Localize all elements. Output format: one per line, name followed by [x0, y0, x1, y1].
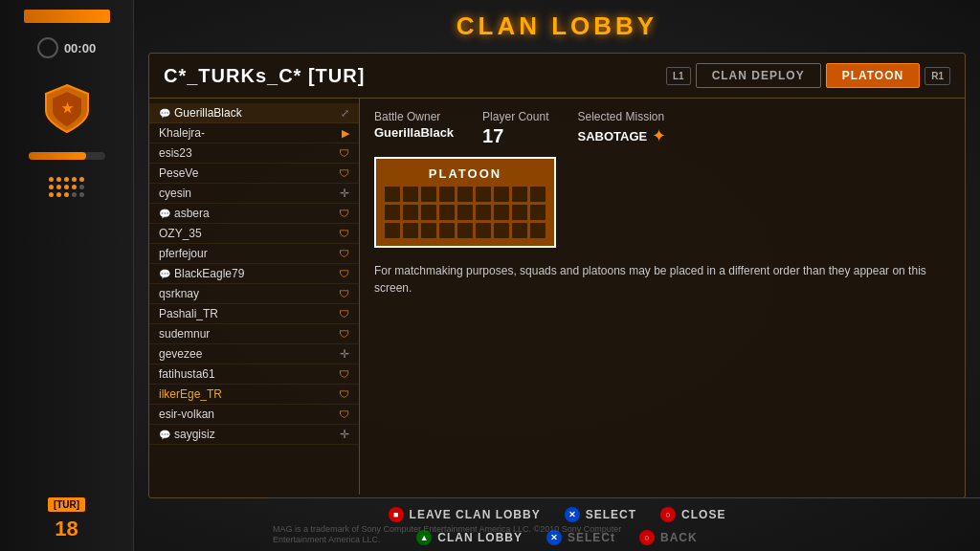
- player-role-icon: 🛡: [339, 228, 349, 239]
- svg-text:★: ★: [60, 100, 73, 116]
- select-label: SELECT: [586, 508, 636, 521]
- primary-action-row: ■ LEAVE CLAN LOBBY ✕ SELECT ○ CLOSE: [134, 502, 980, 527]
- info-text: For matchmaking purposes, squads and pla…: [374, 262, 950, 297]
- player-count-col: Player Count 17: [482, 110, 548, 147]
- list-item: 💬 GuerillaBlack ⤢: [149, 103, 359, 123]
- platoon-slot: [403, 187, 418, 202]
- player-name: saygisiz: [174, 428, 215, 441]
- chat-icon: 💬: [159, 108, 170, 119]
- list-item: qsrknay 🛡: [149, 284, 359, 304]
- dots-container: [49, 177, 84, 197]
- platoon-slot: [512, 205, 527, 220]
- player-role-icon: 🛡: [339, 388, 349, 400]
- main-content: CLAN LOBBY C*_TURKs_C* [TUR] L1 CLAN DEP…: [134, 0, 980, 551]
- xp-bar: [29, 152, 105, 160]
- platoon-slot: [476, 187, 491, 202]
- list-item: OZY_35 🛡: [149, 224, 359, 244]
- close-action[interactable]: ○ CLOSE: [660, 507, 725, 522]
- platoon-slot: [439, 223, 455, 238]
- player-role-icon: 🛡: [339, 248, 349, 259]
- panel-header: C*_TURKs_C* [TUR] L1 CLAN DEPLOY PLATOON…: [149, 54, 965, 99]
- player-name: PeseVe: [159, 166, 198, 180]
- leave-clan-lobby-label: LEAVE CLAN LOBBY: [410, 508, 541, 521]
- square-icon: ■: [389, 507, 404, 522]
- platoon-slot: [421, 187, 436, 202]
- platoon-slot: [494, 205, 509, 220]
- platoon-slot: [512, 223, 527, 238]
- selected-mission-label: Selected Mission: [577, 110, 666, 123]
- platoon-slot: [476, 205, 491, 220]
- platoon-slot: [476, 223, 491, 238]
- leave-clan-lobby-action[interactable]: ■ LEAVE CLAN LOBBY: [389, 507, 541, 522]
- shield-icon: ★: [43, 82, 91, 135]
- sidebar-bottom: [TUR] 18: [48, 497, 85, 541]
- player-count-label: Player Count: [482, 110, 548, 123]
- list-item: gevezee ✛: [149, 344, 359, 364]
- clan-name: C*_TURKs_C* [TUR]: [164, 65, 365, 87]
- list-item: 💬 BlackEagle79 🛡: [149, 264, 359, 284]
- list-item: sudemnur 🛡: [149, 324, 359, 344]
- platoon-slot: [439, 187, 455, 202]
- list-item: Khalejra- ▶: [149, 123, 359, 143]
- tab-group: L1 CLAN DEPLOY PLATOON R1: [666, 63, 950, 88]
- player-list: 💬 GuerillaBlack ⤢ Khalejra- ▶ esis23 🛡: [149, 99, 359, 450]
- platoon-slot: [457, 205, 473, 220]
- timer-display: 00:00: [64, 41, 96, 55]
- select-action[interactable]: ✕ SELECT: [565, 507, 636, 522]
- tab-clan-deploy[interactable]: CLAN DEPLOY: [696, 63, 821, 88]
- player-count-value: 17: [482, 125, 548, 147]
- platoon-grid: [385, 187, 546, 238]
- platoon-slot: [494, 187, 509, 202]
- player-role-icon: 🛡: [339, 208, 349, 219]
- player-role-icon: 🛡: [339, 167, 349, 179]
- player-name: esis23: [159, 146, 192, 160]
- right-section: Battle Owner GuerillaBlack Player Count …: [360, 99, 965, 495]
- platoon-slot: [494, 223, 509, 238]
- sidebar-top-bar: [24, 10, 110, 23]
- panel-body: 💬 GuerillaBlack ⤢ Khalejra- ▶ esis23 🛡: [149, 99, 965, 495]
- list-item: ilkerEge_TR 🛡: [149, 385, 359, 405]
- list-item: cyesin ✛: [149, 184, 359, 204]
- platoon-box: PLATOON: [374, 157, 556, 248]
- back-action: ○ BACK: [639, 530, 698, 545]
- player-role-icon: ✛: [340, 187, 349, 200]
- player-role-icon: 🛡: [339, 368, 349, 380]
- platoon-slot: [385, 223, 400, 238]
- xp-bar-fill: [29, 152, 86, 160]
- info-row: Battle Owner GuerillaBlack Player Count …: [374, 110, 950, 147]
- platoon-slot: [421, 205, 436, 220]
- sidebar-timer: 00:00: [37, 37, 96, 58]
- player-name: asbera: [174, 207, 210, 220]
- player-role-icon: 🛡: [339, 328, 349, 340]
- main-panel: C*_TURKs_C* [TUR] L1 CLAN DEPLOY PLATOON…: [148, 53, 966, 498]
- tab-platoon[interactable]: PLATOON: [826, 63, 921, 88]
- mission-icon: ✦: [652, 125, 666, 146]
- list-item: esir-volkan 🛡: [149, 405, 359, 425]
- battle-owner-label: Battle Owner: [374, 110, 454, 123]
- player-name: Pashali_TR: [159, 307, 218, 320]
- platoon-slot: [403, 205, 418, 220]
- timer-circle-icon: [37, 37, 58, 58]
- player-role-icon: 🛡: [339, 308, 349, 320]
- player-name: gevezee: [159, 347, 202, 361]
- player-role-icon: ▶: [342, 127, 349, 140]
- battle-owner-col: Battle Owner GuerillaBlack: [374, 110, 454, 140]
- left-sidebar: 00:00 ★ [TUR] 18: [0, 0, 134, 551]
- player-list-section: 💬 GuerillaBlack ⤢ Khalejra- ▶ esis23 🛡: [149, 99, 360, 495]
- flag-badge: [TUR]: [48, 497, 85, 512]
- player-name: cyesin: [159, 187, 191, 200]
- platoon-slot: [385, 187, 400, 202]
- page-title: CLAN LOBBY: [134, 0, 980, 49]
- player-role-icon: ⤢: [341, 107, 349, 120]
- platoon-slot: [530, 205, 546, 220]
- list-item: 💬 asbera 🛡: [149, 204, 359, 224]
- player-name: fatihusta61: [159, 367, 215, 381]
- chat-icon: 💬: [159, 430, 170, 440]
- player-name: GuerillaBlack: [174, 106, 242, 120]
- platoon-slot: [512, 187, 527, 202]
- platoon-slot: [439, 205, 455, 220]
- circle-icon: ○: [660, 507, 676, 522]
- tab-l1-label: L1: [666, 67, 691, 85]
- player-name: pferfejour: [159, 247, 208, 260]
- selected-mission-value: SABOTAGE: [577, 129, 647, 143]
